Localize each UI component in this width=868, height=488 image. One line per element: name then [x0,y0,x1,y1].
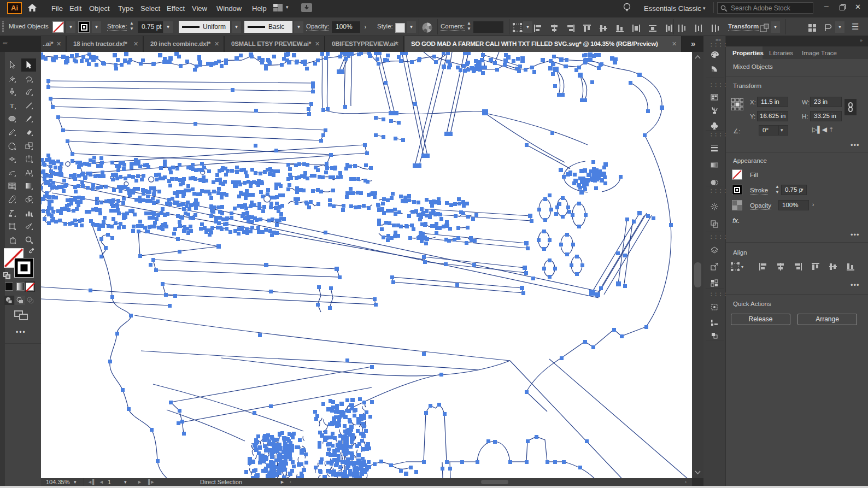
svg-text:T: T [10,102,14,110]
